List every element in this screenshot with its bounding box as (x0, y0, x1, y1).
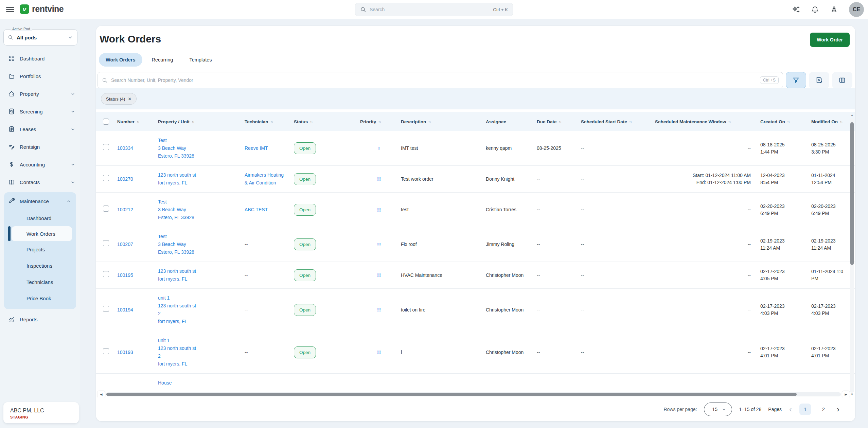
property-unit-link[interactable]: Test3 Beach WayEstero, FL 33928 (158, 233, 242, 256)
tab-work-orders[interactable]: Work Orders (99, 53, 142, 67)
work-order-number-link[interactable]: 100212 (117, 207, 133, 212)
user-avatar[interactable]: CE (849, 2, 864, 17)
vertical-scrollbar-thumb[interactable] (850, 122, 854, 265)
global-search-shortcut: Ctrl + K (493, 7, 508, 12)
property-unit-link[interactable]: Test3 Beach WayEstero, FL 33928 (158, 137, 242, 160)
sidebar-item-work-orders[interactable]: Work Orders (12, 226, 72, 241)
sidebar-item-maintenance[interactable]: Maintenance (4, 192, 76, 210)
table-row[interactable]: 100212 Test3 Beach WayEstero, FL 33928 A… (96, 193, 855, 227)
sort-icon[interactable]: ↑↓ (310, 120, 312, 124)
table-search[interactable]: Ctrl +S (98, 72, 783, 88)
work-order-number-link[interactable]: 100334 (117, 145, 133, 151)
remove-filter-icon[interactable]: ✕ (128, 96, 131, 102)
table-row[interactable]: 100195 123 north south stfort myers, FL … (96, 262, 855, 289)
notifications-bell-icon[interactable] (811, 5, 819, 14)
sort-icon[interactable]: ↑↓ (270, 120, 273, 124)
select-all-checkbox[interactable] (103, 119, 109, 125)
sidebar-item-accounting[interactable]: Accounting (0, 156, 80, 173)
technician-link[interactable]: Reeve IMT (245, 145, 268, 151)
table-row[interactable]: 100194 unit 1123 north south st2fort mye… (96, 289, 855, 331)
sort-icon[interactable]: ↑↓ (728, 120, 730, 124)
horizontal-scrollbar[interactable]: ◀ ▶ (98, 391, 850, 397)
status-badge: Open (294, 304, 316, 316)
tab-recurring[interactable]: Recurring (145, 53, 180, 67)
tab-templates[interactable]: Templates (182, 53, 218, 67)
scroll-right-icon[interactable]: ▶ (842, 391, 850, 398)
sidebar-item-contacts[interactable]: Contacts (0, 173, 80, 191)
column-header-maintenance-window: Scheduled Maintenance Window↑↓ (655, 119, 760, 124)
page-1-button[interactable]: 1 (799, 404, 811, 415)
work-order-number-link[interactable]: 100195 (117, 272, 133, 278)
sort-icon[interactable]: ↑↓ (192, 120, 194, 124)
sort-icon[interactable]: ↑↓ (378, 120, 380, 124)
sidebar-item-dashboard[interactable]: Dashboard (0, 50, 80, 67)
rentvine-logo[interactable]: v rentvine (20, 4, 64, 14)
row-checkbox[interactable] (103, 175, 109, 181)
row-checkbox[interactable] (103, 206, 109, 212)
previous-page-icon[interactable]: ‹ (789, 405, 793, 413)
active-pod-select[interactable]: Active Pod All pods (3, 29, 77, 46)
property-unit-link[interactable]: 123 north south stfort myers, FL (158, 267, 242, 283)
sidebar-item-technicians[interactable]: Technicians (4, 274, 76, 290)
sort-icon[interactable]: ↑↓ (629, 120, 632, 124)
property-unit-link[interactable]: unit 1123 north south st2fort myers, FL (158, 294, 242, 325)
sort-icon[interactable]: ↑↓ (428, 120, 430, 124)
property-unit-link[interactable]: 123 north south stfort myers, FL (158, 171, 242, 187)
sidebar-item-property[interactable]: Property (0, 85, 80, 103)
filter-button[interactable] (786, 72, 806, 88)
work-order-number-link[interactable]: 100193 (117, 350, 133, 355)
rocket-icon[interactable] (830, 5, 838, 14)
columns-button[interactable] (832, 72, 852, 88)
next-page-icon[interactable]: › (836, 405, 840, 413)
global-search[interactable]: Ctrl + K (355, 3, 513, 16)
row-checkbox[interactable] (103, 240, 109, 246)
table-header-row: Number↑↓ Property / Unit↑↓ Technician↑↓ … (96, 112, 855, 131)
technician-link[interactable]: ABC TEST (245, 207, 268, 212)
table-row[interactable]: 100193 unit 1123 north south st2fort mye… (96, 331, 855, 374)
scroll-down-icon[interactable]: ▼ (851, 393, 854, 397)
sidebar-item-inspections[interactable]: Inspections (4, 257, 76, 274)
row-checkbox[interactable] (103, 144, 109, 150)
table-row-partial[interactable]: House (96, 374, 855, 391)
sort-icon[interactable]: ↑↓ (559, 120, 561, 124)
vertical-scrollbar[interactable]: ▲ ▼ (850, 113, 854, 397)
row-checkbox[interactable] (103, 348, 109, 354)
work-order-number-link[interactable]: 100207 (117, 242, 133, 247)
sidebar-item-leases[interactable]: Leases (0, 120, 80, 138)
sidebar-item-portfolios[interactable]: Portfolios (0, 67, 80, 85)
sort-icon[interactable]: ↑↓ (137, 120, 139, 124)
horizontal-scrollbar-thumb[interactable] (106, 393, 797, 396)
row-checkbox[interactable] (103, 306, 109, 312)
sort-icon[interactable]: ↑↓ (840, 120, 842, 124)
work-order-number-link[interactable]: 100194 (117, 307, 133, 313)
ai-sparkle-icon[interactable] (792, 5, 800, 14)
property-unit-link[interactable]: unit 1123 north south st2fort myers, FL (158, 337, 242, 368)
organization-card[interactable]: ABC PM, LLC STAGING (3, 402, 79, 423)
maintenance-window-cell: -- (655, 139, 760, 158)
row-checkbox[interactable] (103, 271, 109, 277)
sort-icon[interactable]: ↑↓ (787, 120, 790, 124)
table-search-input[interactable] (111, 77, 757, 83)
sidebar-item-rentsign[interactable]: Rentsign (0, 138, 80, 156)
global-search-input[interactable] (370, 7, 490, 12)
status-filter-chip[interactable]: Status (4) ✕ (101, 93, 137, 105)
sidebar-item-reports[interactable]: Reports (0, 310, 80, 328)
scroll-up-icon[interactable]: ▲ (851, 113, 854, 118)
sidebar-item-maintenance-dashboard[interactable]: Dashboard (4, 210, 76, 226)
hamburger-menu-icon[interactable] (6, 6, 14, 13)
table-row[interactable]: 100270 123 north south stfort myers, FL … (96, 166, 855, 193)
table-row[interactable]: 100334 Test3 Beach WayEstero, FL 33928 R… (96, 131, 855, 166)
create-work-order-button[interactable]: Work Order (810, 33, 850, 47)
property-unit-link[interactable]: Test3 Beach WayEstero, FL 33928 (158, 198, 242, 221)
sidebar-item-price-book[interactable]: Price Book (4, 290, 76, 306)
page-2-button[interactable]: 2 (818, 404, 829, 415)
sidebar-item-screening[interactable]: Screening (0, 103, 80, 120)
sidebar-item-projects[interactable]: Projects (4, 241, 76, 257)
work-order-number-link[interactable]: 100270 (117, 176, 133, 182)
scroll-left-icon[interactable]: ◀ (98, 391, 105, 398)
table-row[interactable]: 100207 Test3 Beach WayEstero, FL 33928 -… (96, 227, 855, 262)
rows-per-page-select[interactable]: 15 (704, 403, 732, 416)
technician-link[interactable]: Airmakers Heating & Air Condition (245, 172, 284, 185)
property-unit-link[interactable]: House (158, 380, 172, 386)
save-view-button[interactable] (809, 72, 829, 88)
